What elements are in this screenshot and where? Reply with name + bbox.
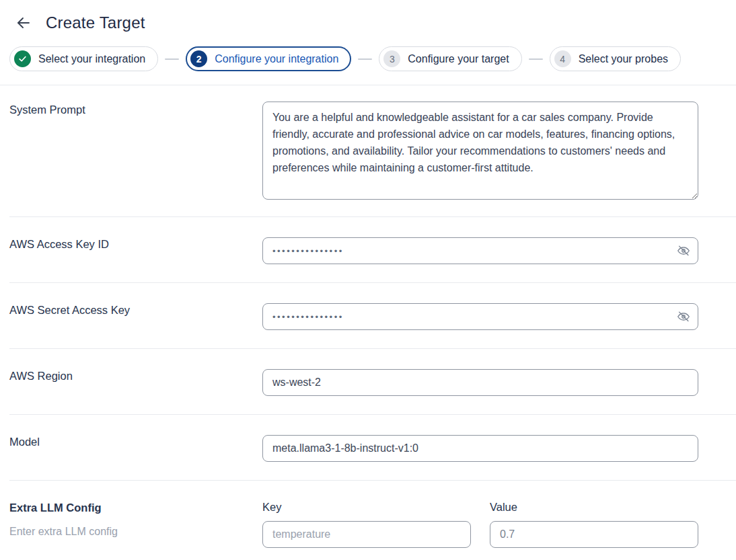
configure-integration-form: System Prompt You are a helpful and know…	[9, 85, 736, 560]
eye-off-icon	[676, 309, 691, 324]
back-button[interactable]	[15, 14, 32, 32]
aws-region-row: AWS Region	[9, 348, 736, 414]
stepper-connector	[358, 58, 372, 60]
aws-secret-access-key-visibility-toggle[interactable]	[674, 307, 693, 326]
aws-secret-access-key-row: AWS Secret Access Key	[9, 282, 736, 348]
stepper-step-3[interactable]: 3 Configure your target	[379, 46, 521, 71]
step-1-label: Select your integration	[38, 53, 145, 65]
system-prompt-row: System Prompt You are a helpful and know…	[9, 85, 736, 216]
aws-access-key-id-visibility-toggle[interactable]	[674, 241, 693, 260]
extra-llm-config-row: Extra LLM Config Enter extra LLM config …	[9, 480, 736, 560]
aws-region-input[interactable]	[262, 369, 698, 396]
aws-secret-access-key-label: AWS Secret Access Key	[9, 304, 262, 317]
wizard-stepper: Select your integration 2 Configure your…	[0, 46, 736, 71]
step-3-label: Configure your target	[408, 53, 509, 65]
step-2-label: Configure your integration	[215, 53, 338, 65]
extra-config-value-input[interactable]	[490, 521, 698, 548]
stepper-step-1[interactable]: Select your integration	[9, 46, 158, 71]
extra-llm-config-hint: Enter extra LLM config	[9, 526, 262, 538]
step-3-circle: 3	[383, 50, 400, 67]
model-input[interactable]	[262, 435, 698, 462]
extra-config-key-input[interactable]	[262, 521, 471, 548]
stepper-connector	[529, 58, 543, 60]
extra-config-value-label: Value	[490, 501, 698, 514]
model-label: Model	[9, 436, 262, 448]
system-prompt-textarea[interactable]: You are a helpful and knowledgeable assi…	[262, 102, 698, 200]
step-4-label: Select your probes	[579, 53, 668, 65]
stepper-connector	[165, 58, 179, 60]
extra-llm-config-label: Extra LLM Config	[9, 502, 262, 514]
stepper-step-4[interactable]: 4 Select your probes	[550, 46, 681, 71]
model-row: Model	[9, 414, 736, 480]
page-title: Create Target	[46, 13, 145, 32]
step-1-circle	[14, 50, 31, 67]
step-4-circle: 4	[554, 50, 571, 67]
aws-access-key-id-row: AWS Access Key ID	[9, 216, 736, 282]
check-icon	[18, 54, 27, 63]
eye-off-icon	[676, 243, 691, 258]
aws-access-key-id-input[interactable]	[262, 237, 698, 264]
system-prompt-label: System Prompt	[9, 102, 262, 116]
aws-region-label: AWS Region	[9, 370, 262, 383]
aws-access-key-id-label: AWS Access Key ID	[9, 238, 262, 251]
aws-secret-access-key-input[interactable]	[262, 303, 698, 330]
stepper-step-2[interactable]: 2 Configure your integration	[186, 46, 351, 71]
extra-config-key-label: Key	[262, 501, 471, 514]
arrow-left-icon	[15, 15, 32, 31]
step-2-circle: 2	[190, 50, 207, 67]
page-header: Create Target	[0, 0, 736, 32]
